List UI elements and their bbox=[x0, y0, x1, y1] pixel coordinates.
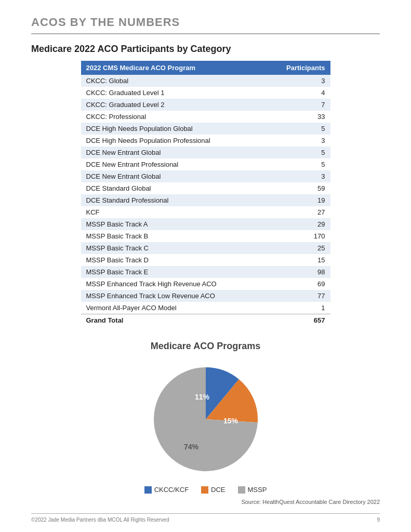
program-cell: DCE Standard Global bbox=[81, 182, 266, 194]
table-container: 2022 CMS Medicare ACO Program Participan… bbox=[81, 61, 330, 326]
participants-cell: 1 bbox=[266, 302, 330, 314]
pie-chart: 11% 15% 74% bbox=[149, 362, 263, 476]
table-row: DCE New Entrant Global5 bbox=[81, 147, 330, 158]
table-row: DCE High Needs Population Professional3 bbox=[81, 135, 330, 147]
legend-ckcc: CKCC/KCF bbox=[144, 486, 189, 494]
table-row: MSSP Basic Track C25 bbox=[81, 242, 330, 254]
table-row: MSSP Enhanced Track Low Revenue ACO77 bbox=[81, 290, 330, 302]
program-cell: DCE New Entrant Professional bbox=[81, 158, 266, 170]
program-cell: Vermont All-Payer ACO Model bbox=[81, 302, 266, 314]
pie-group bbox=[154, 367, 258, 471]
table-body: CKCC: Global3CKCC: Graduated Level 14CKC… bbox=[81, 75, 330, 326]
pie-svg: 11% 15% 74% bbox=[149, 362, 263, 476]
mssp-label: 74% bbox=[183, 443, 198, 451]
program-cell: DCE High Needs Population Professional bbox=[81, 135, 266, 147]
page-title: ACOs BY THE NUMBERS bbox=[31, 16, 380, 29]
participants-cell: 7 bbox=[266, 99, 330, 111]
program-cell: CKCC: Graduated Level 2 bbox=[81, 99, 266, 111]
ckcc-label: 11% bbox=[194, 393, 209, 401]
table-row: MSSP Basic Track B170 bbox=[81, 230, 330, 242]
footer-copyright: ©2022 Jade Media Partners dba MCOL All R… bbox=[31, 517, 169, 523]
program-cell: CKCC: Professional bbox=[81, 111, 266, 123]
participants-cell: 15 bbox=[266, 254, 330, 266]
participants-cell: 4 bbox=[266, 87, 330, 99]
table-row: MSSP Basic Track A29 bbox=[81, 218, 330, 230]
participants-cell: 5 bbox=[266, 147, 330, 158]
participants-cell: 5 bbox=[266, 123, 330, 135]
table-row: Vermont All-Payer ACO Model1 bbox=[81, 302, 330, 314]
table-row: MSSP Basic Track D15 bbox=[81, 254, 330, 266]
table-row: MSSP Basic Track E98 bbox=[81, 266, 330, 278]
participants-cell: 77 bbox=[266, 290, 330, 302]
program-cell: MSSP Basic Track E bbox=[81, 266, 266, 278]
participants-cell: 27 bbox=[266, 206, 330, 218]
mssp-legend-label: MSSP bbox=[248, 486, 267, 494]
dce-swatch bbox=[201, 486, 208, 494]
program-cell: DCE Standard Professional bbox=[81, 194, 266, 206]
table-row: CKCC: Graduated Level 14 bbox=[81, 87, 330, 99]
table-row: CKCC: Professional33 bbox=[81, 111, 330, 123]
table-row: DCE Standard Global59 bbox=[81, 182, 330, 194]
program-cell: KCF bbox=[81, 206, 266, 218]
program-cell: MSSP Basic Track B bbox=[81, 230, 266, 242]
program-cell: CKCC: Global bbox=[81, 75, 266, 87]
table-header-row: 2022 CMS Medicare ACO Program Participan… bbox=[81, 61, 330, 75]
legend-mssp: MSSP bbox=[238, 486, 267, 494]
grand-total-row: Grand Total657 bbox=[81, 314, 330, 327]
chart-section: Medicare ACO Programs 11% 15% 74% bbox=[31, 341, 380, 505]
chart-title: Medicare ACO Programs bbox=[31, 341, 380, 352]
table-row: DCE High Needs Population Global5 bbox=[81, 123, 330, 135]
table-row: CKCC: Global3 bbox=[81, 75, 330, 87]
program-cell: DCE New Entrant Global bbox=[81, 170, 266, 182]
chart-legend: CKCC/KCF DCE MSSP bbox=[31, 486, 380, 494]
footer-page-number: 9 bbox=[377, 517, 380, 523]
ckcc-swatch bbox=[144, 486, 152, 494]
program-cell: MSSP Basic Track D bbox=[81, 254, 266, 266]
table-row: DCE New Entrant Professional5 bbox=[81, 158, 330, 170]
participants-cell: 33 bbox=[266, 111, 330, 123]
page-footer: ©2022 Jade Media Partners dba MCOL All R… bbox=[31, 513, 380, 523]
table-row: KCF27 bbox=[81, 206, 330, 218]
program-cell: MSSP Enhanced Track High Revenue ACO bbox=[81, 278, 266, 290]
table-row: MSSP Enhanced Track High Revenue ACO69 bbox=[81, 278, 330, 290]
participants-cell: 29 bbox=[266, 218, 330, 230]
participants-cell: 19 bbox=[266, 194, 330, 206]
page-container: ACOs BY THE NUMBERS Medicare 2022 ACO Pa… bbox=[0, 0, 411, 532]
grand-total-value: 657 bbox=[266, 314, 330, 327]
program-cell: MSSP Basic Track A bbox=[81, 218, 266, 230]
table-row: DCE New Entrant Global3 bbox=[81, 170, 330, 182]
program-cell: MSSP Enhanced Track Low Revenue ACO bbox=[81, 290, 266, 302]
participants-cell: 3 bbox=[266, 135, 330, 147]
participants-cell: 3 bbox=[266, 170, 330, 182]
program-cell: MSSP Basic Track C bbox=[81, 242, 266, 254]
grand-total-label: Grand Total bbox=[81, 314, 266, 327]
participants-cell: 5 bbox=[266, 158, 330, 170]
participants-cell: 59 bbox=[266, 182, 330, 194]
table-row: CKCC: Graduated Level 27 bbox=[81, 99, 330, 111]
ckcc-legend-label: CKCC/KCF bbox=[154, 486, 189, 494]
participants-cell: 69 bbox=[266, 278, 330, 290]
table-row: DCE Standard Professional19 bbox=[81, 194, 330, 206]
participants-cell: 98 bbox=[266, 266, 330, 278]
participants-cell: 3 bbox=[266, 75, 330, 87]
participants-cell: 25 bbox=[266, 242, 330, 254]
aco-table: 2022 CMS Medicare ACO Program Participan… bbox=[81, 61, 330, 326]
program-cell: DCE High Needs Population Global bbox=[81, 123, 266, 135]
page-header: ACOs BY THE NUMBERS bbox=[31, 16, 380, 34]
col-program-header: 2022 CMS Medicare ACO Program bbox=[81, 61, 266, 75]
col-participants-header: Participants bbox=[266, 61, 330, 75]
dce-legend-label: DCE bbox=[211, 486, 225, 494]
mssp-swatch bbox=[238, 486, 245, 494]
chart-source: Source: HealthQuest Accountable Care Dir… bbox=[31, 499, 380, 505]
participants-cell: 170 bbox=[266, 230, 330, 242]
program-cell: CKCC: Graduated Level 1 bbox=[81, 87, 266, 99]
section-title: Medicare 2022 ACO Participants by Catego… bbox=[31, 44, 380, 55]
dce-label: 15% bbox=[223, 417, 238, 425]
program-cell: DCE New Entrant Global bbox=[81, 147, 266, 158]
legend-dce: DCE bbox=[201, 486, 225, 494]
